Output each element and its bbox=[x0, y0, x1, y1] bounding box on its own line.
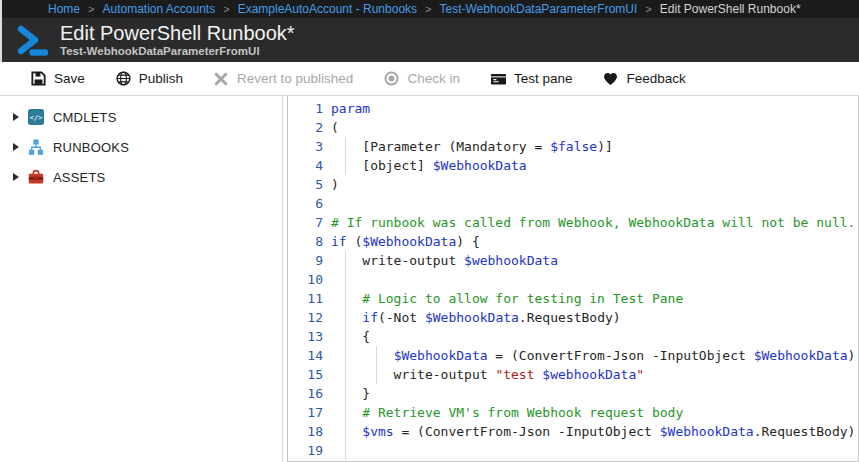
line-number: 11 bbox=[288, 289, 323, 308]
breadcrumb-item-automation-accounts[interactable]: Automation Accounts bbox=[102, 2, 215, 16]
blade-header: Edit PowerShell Runbook* Test-WebhookDat… bbox=[0, 18, 859, 62]
indent-guide bbox=[345, 270, 346, 289]
code-line-text: if(-Not $WebhookData.RequestBody) bbox=[331, 308, 858, 327]
code-line: 10 bbox=[288, 270, 858, 289]
code-line-text: # Retrieve VM's from Webhook request bod… bbox=[331, 403, 858, 422]
code-line-text: param bbox=[331, 99, 858, 118]
code-line-text: write-output "test $webhookData" bbox=[331, 365, 858, 384]
test-pane-button[interactable]: Test pane bbox=[490, 70, 573, 87]
header-text: Edit PowerShell Runbook* Test-WebhookDat… bbox=[60, 22, 295, 58]
code-line: 14 $WebhookData = (ConvertFrom-Json -Inp… bbox=[288, 346, 858, 365]
line-number: 6 bbox=[288, 194, 323, 213]
code-line: 7# If runbook was called from Webhook, W… bbox=[288, 213, 858, 232]
breadcrumb-item-exampleautoaccount-runbooks[interactable]: ExampleAutoAccount - Runbooks bbox=[238, 2, 417, 16]
code-line: 2( bbox=[288, 118, 858, 137]
save-icon bbox=[30, 70, 47, 87]
breadcrumb-item-test-webhookdataparameterfromui[interactable]: Test-WebhookDataParameterFromUI bbox=[440, 2, 638, 16]
code-line-text: [Parameter (Mandatory = $false)] bbox=[331, 137, 858, 156]
expander-chevron-icon[interactable] bbox=[13, 143, 19, 151]
edit-runbook-window: Home>Automation Accounts>ExampleAutoAcco… bbox=[0, 0, 859, 462]
test-pane-icon bbox=[490, 70, 507, 87]
breadcrumb-item-edit-powershell-runbook: Edit PowerShell Runbook* bbox=[660, 2, 801, 16]
code-line: 3 [Parameter (Mandatory = $false)] bbox=[288, 137, 858, 156]
publish-button[interactable]: Publish bbox=[115, 70, 183, 87]
feedback-heart-icon bbox=[602, 70, 619, 87]
line-number: 1 bbox=[288, 99, 323, 118]
line-number: 17 bbox=[288, 403, 323, 422]
page-title: Edit PowerShell Runbook* bbox=[60, 22, 295, 44]
sidebar-item-cmdlets[interactable]: </> CMDLETS bbox=[0, 102, 282, 132]
line-number: 7 bbox=[288, 213, 323, 232]
line-number: 14 bbox=[288, 346, 323, 365]
line-number: 12 bbox=[288, 308, 323, 327]
code-editor[interactable]: 1param2(3 [Parameter (Mandatory = $false… bbox=[287, 96, 859, 462]
expander-chevron-icon[interactable] bbox=[13, 173, 19, 181]
breadcrumb-separator-icon: > bbox=[645, 3, 651, 15]
code-line-text bbox=[331, 441, 858, 460]
sidebar-item-label: RUNBOOKS bbox=[53, 140, 129, 155]
code-line-text: $WebhookData = (ConvertFrom-Json -InputO… bbox=[331, 346, 858, 365]
breadcrumb-separator-icon: > bbox=[425, 3, 431, 15]
line-number: 9 bbox=[288, 251, 323, 270]
breadcrumb-item-home[interactable]: Home bbox=[48, 2, 80, 16]
sidebar-item-runbooks[interactable]: RUNBOOKS bbox=[0, 132, 282, 162]
code-line: 5) bbox=[288, 175, 858, 194]
line-number: 4 bbox=[288, 156, 323, 175]
breadcrumb-separator-icon: > bbox=[88, 3, 94, 15]
code-line-text: { bbox=[331, 327, 858, 346]
breadcrumb-items: Home>Automation Accounts>ExampleAutoAcco… bbox=[48, 2, 801, 16]
cmdlets-icon: </> bbox=[28, 109, 44, 125]
expander-chevron-icon[interactable] bbox=[13, 113, 19, 121]
code-line-text: [object] $WebhookData bbox=[331, 156, 858, 175]
code-line: 12 if(-Not $WebhookData.RequestBody) bbox=[288, 308, 858, 327]
code-line-text: ) bbox=[331, 175, 858, 194]
code-line-text bbox=[331, 194, 858, 213]
powershell-logo-icon bbox=[12, 20, 52, 60]
code-line: 17 # Retrieve VM's from Webhook request … bbox=[288, 403, 858, 422]
check-in-label: Check in bbox=[407, 71, 460, 86]
code-line: 19 bbox=[288, 441, 858, 460]
command-bar: Save Publish Revert to published Check i… bbox=[0, 62, 859, 96]
breadcrumb-separator-icon: > bbox=[223, 3, 229, 15]
feedback-button[interactable]: Feedback bbox=[602, 70, 685, 87]
test-pane-label: Test pane bbox=[514, 71, 573, 86]
save-label: Save bbox=[54, 71, 85, 86]
code-line: 18 $vms = (ConvertFrom-Json -InputObject… bbox=[288, 422, 858, 441]
publish-label: Publish bbox=[139, 71, 183, 86]
code-line: 15 write-output "test $webhookData" bbox=[288, 365, 858, 384]
code-line: 8if ($WebhookData) { bbox=[288, 232, 858, 251]
sidebar-item-assets[interactable]: ASSETS bbox=[0, 162, 282, 192]
line-number: 18 bbox=[288, 422, 323, 441]
line-number: 8 bbox=[288, 232, 323, 251]
code-line-text bbox=[331, 270, 858, 289]
content-area: </> CMDLETS RUNBOOKS ASSETS 1param2(3 [P… bbox=[0, 96, 859, 462]
feedback-label: Feedback bbox=[626, 71, 685, 86]
code-line: 1param bbox=[288, 99, 858, 118]
code-line-text: ( bbox=[331, 118, 858, 137]
assets-icon bbox=[28, 169, 44, 185]
code-line: 16 } bbox=[288, 384, 858, 403]
check-in-icon bbox=[383, 70, 400, 87]
code-line: 4 [object] $WebhookData bbox=[288, 156, 858, 175]
code-line: 13 { bbox=[288, 327, 858, 346]
code-line-text: write-output $webhookData bbox=[331, 251, 858, 270]
runbook-name: Test-WebhookDataParameterFromUI bbox=[60, 44, 295, 58]
breadcrumb: Home>Automation Accounts>ExampleAutoAcco… bbox=[0, 0, 859, 18]
line-number: 5 bbox=[288, 175, 323, 194]
sidebar-item-label: ASSETS bbox=[53, 170, 106, 185]
revert-to-published-button[interactable]: Revert to published bbox=[213, 70, 353, 87]
code-line-text: if ($WebhookData) { bbox=[331, 232, 858, 251]
code-line: 11 # Logic to allow for testing in Test … bbox=[288, 289, 858, 308]
check-in-button[interactable]: Check in bbox=[383, 70, 460, 87]
revert-to-published-label: Revert to published bbox=[237, 71, 353, 86]
sidebar-item-label: CMDLETS bbox=[53, 110, 117, 125]
save-button[interactable]: Save bbox=[30, 70, 85, 87]
line-number: 2 bbox=[288, 118, 323, 137]
code-line-text: } bbox=[331, 384, 858, 403]
line-number: 10 bbox=[288, 270, 323, 289]
code-line-text: # If runbook was called from Webhook, We… bbox=[331, 213, 858, 232]
line-number: 3 bbox=[288, 137, 323, 156]
code-line: 6 bbox=[288, 194, 858, 213]
runbooks-icon bbox=[28, 139, 44, 155]
code-line-text: $vms = (ConvertFrom-Json -InputObject $W… bbox=[331, 422, 858, 441]
